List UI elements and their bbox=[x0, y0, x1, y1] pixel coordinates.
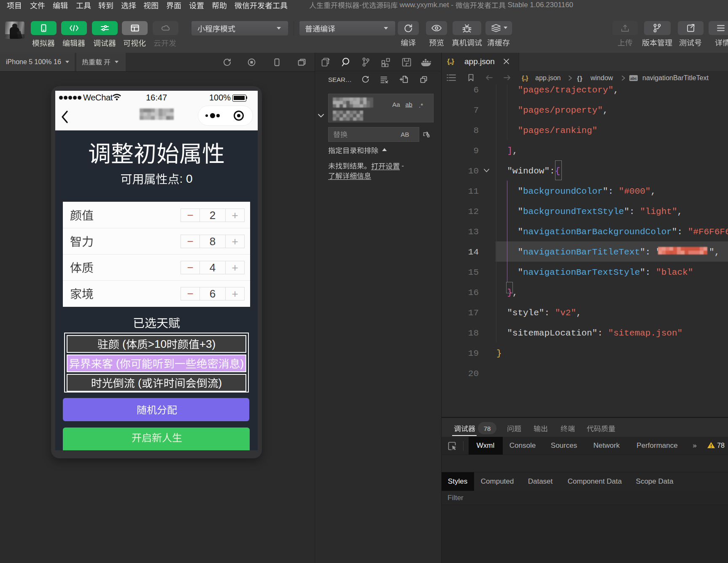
svg-text:abc: abc bbox=[630, 76, 637, 81]
